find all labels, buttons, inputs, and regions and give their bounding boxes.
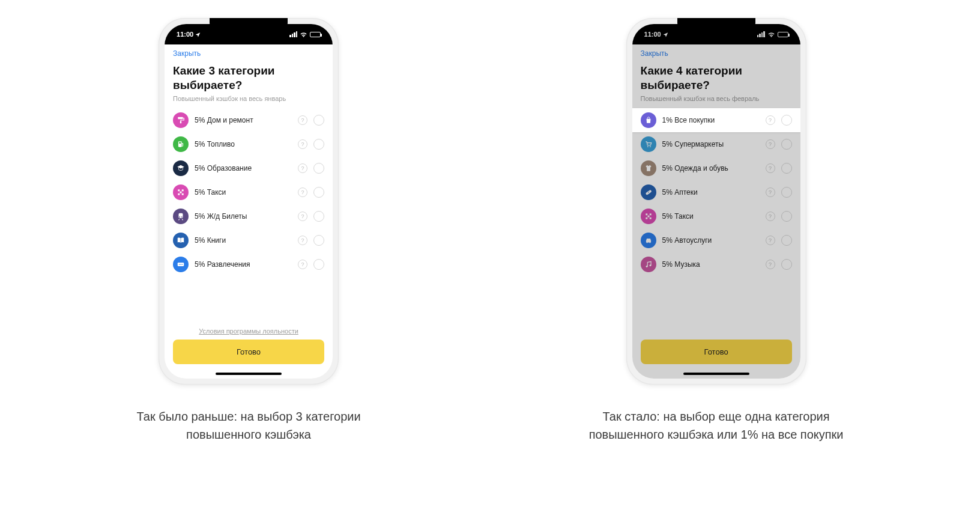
page-subtitle: Повышенный кэшбэк на весь январь — [173, 95, 324, 102]
category-label: 5% Одежда и обувь — [662, 164, 760, 172]
battery-icon — [310, 32, 321, 37]
category-row[interactable]: 5% Одежда и обувь? — [641, 156, 792, 180]
svg-point-16 — [182, 264, 183, 265]
help-icon[interactable]: ? — [766, 260, 775, 269]
page-title: Какие 3 категориивыбираете? — [173, 64, 324, 93]
help-icon[interactable]: ? — [298, 163, 307, 173]
ticket-icon — [173, 257, 189, 272]
phone-screen: 11:00 Закрыть — [632, 24, 800, 379]
category-label: 5% Образование — [195, 164, 292, 172]
category-row[interactable]: 5% Топливо? — [173, 132, 324, 156]
done-button[interactable]: Готово — [641, 340, 792, 364]
signal-icon — [289, 31, 297, 37]
help-icon[interactable]: ? — [766, 236, 775, 245]
category-row[interactable]: 5% Развлечения? — [173, 252, 324, 276]
notch — [677, 18, 755, 32]
svg-point-29 — [649, 264, 651, 266]
svg-point-15 — [180, 264, 181, 265]
help-icon[interactable]: ? — [298, 187, 307, 197]
category-row[interactable]: 5% Аптеки? — [641, 180, 792, 204]
svg-point-26 — [646, 242, 647, 243]
category-radio[interactable] — [313, 259, 324, 270]
svg-rect-21 — [646, 213, 647, 215]
svg-point-18 — [650, 146, 651, 147]
cart-icon — [641, 136, 656, 152]
battery-icon — [778, 32, 788, 37]
category-row[interactable]: 5% Автоуслуги? — [641, 228, 792, 252]
close-button[interactable]: Закрыть — [165, 44, 333, 60]
location-icon — [195, 32, 201, 37]
phone-after: 11:00 Закрыть — [589, 18, 844, 443]
help-icon[interactable]: ? — [298, 139, 307, 149]
status-time: 11:00 — [644, 31, 661, 38]
category-row[interactable]: 5% Дом и ремонт? — [173, 108, 324, 132]
home-indicator[interactable] — [683, 373, 749, 375]
category-label: 5% Ж/д Билеты — [195, 212, 292, 221]
category-radio[interactable] — [781, 115, 792, 126]
phone-before: 11:00 Закрыть — [136, 18, 360, 443]
help-icon[interactable]: ? — [766, 163, 775, 173]
phone-frame: 11:00 Закрыть — [159, 18, 339, 385]
paint-roller-icon — [173, 112, 189, 128]
terms-link[interactable]: Условия программы лояльности — [173, 319, 324, 340]
pill-icon — [641, 184, 656, 200]
category-row[interactable]: 1% Все покупки? — [632, 108, 800, 132]
category-label: 5% Аптеки — [662, 188, 760, 196]
category-radio[interactable] — [313, 115, 324, 126]
caption-after: Так стало: на выбор еще одна категорияпо… — [589, 407, 844, 443]
done-button[interactable]: Готово — [173, 340, 324, 364]
svg-rect-0 — [178, 117, 183, 119]
phone-frame: 11:00 Закрыть — [626, 18, 806, 385]
category-row[interactable]: 5% Музыка? — [641, 252, 792, 276]
location-icon — [663, 32, 668, 37]
svg-rect-8 — [182, 193, 184, 195]
taxi-icon — [641, 209, 656, 224]
category-radio[interactable] — [781, 235, 792, 246]
category-label: 5% Такси — [195, 188, 292, 196]
status-time: 11:00 — [177, 31, 193, 38]
category-row[interactable]: 5% Ж/д Билеты? — [173, 204, 324, 228]
svg-point-14 — [179, 264, 180, 265]
help-icon[interactable]: ? — [298, 115, 307, 125]
svg-rect-6 — [180, 191, 182, 193]
category-label: 5% Дом и ремонт — [195, 116, 292, 124]
category-radio[interactable] — [313, 211, 324, 222]
svg-rect-22 — [649, 213, 651, 215]
category-label: 5% Автоуслуги — [662, 236, 760, 245]
category-radio[interactable] — [781, 163, 792, 174]
signal-icon — [757, 31, 765, 37]
category-radio[interactable] — [781, 211, 792, 222]
category-radio[interactable] — [313, 163, 324, 174]
svg-rect-7 — [178, 193, 180, 195]
category-radio[interactable] — [781, 187, 792, 198]
help-icon[interactable]: ? — [766, 139, 775, 149]
category-row[interactable]: 5% Такси? — [173, 180, 324, 204]
category-row[interactable]: 5% Книги? — [173, 228, 324, 252]
shirt-icon — [641, 160, 656, 176]
svg-rect-25 — [649, 217, 651, 219]
home-indicator[interactable] — [216, 373, 282, 375]
category-label: 5% Такси — [662, 212, 760, 221]
caption-before: Так было раньше: на выбор 3 категориипов… — [136, 407, 360, 443]
category-row[interactable]: 5% Супермаркеты? — [641, 132, 792, 156]
category-row[interactable]: 5% Такси? — [641, 204, 792, 228]
category-radio[interactable] — [781, 139, 792, 150]
svg-point-11 — [181, 216, 183, 218]
category-row[interactable]: 5% Образование? — [173, 156, 324, 180]
category-radio[interactable] — [313, 139, 324, 150]
category-radio[interactable] — [313, 187, 324, 198]
help-icon[interactable]: ? — [766, 212, 775, 221]
category-label: 5% Книги — [195, 236, 292, 245]
svg-rect-1 — [180, 121, 181, 123]
car-icon — [641, 233, 656, 248]
close-button[interactable]: Закрыть — [632, 44, 800, 60]
svg-rect-3 — [179, 142, 181, 143]
help-icon[interactable]: ? — [766, 187, 775, 197]
category-radio[interactable] — [313, 235, 324, 246]
category-radio[interactable] — [781, 259, 792, 270]
help-icon[interactable]: ? — [766, 115, 775, 125]
help-icon[interactable]: ? — [298, 236, 307, 245]
help-icon[interactable]: ? — [298, 260, 307, 269]
help-icon[interactable]: ? — [298, 212, 307, 221]
graduation-icon — [173, 160, 189, 176]
